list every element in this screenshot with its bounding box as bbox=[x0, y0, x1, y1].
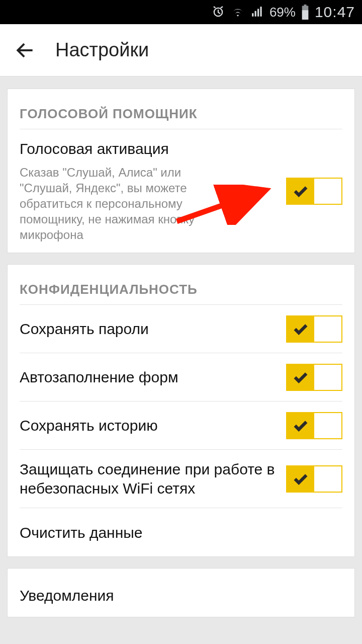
voice-activation-title: Голосовая активация bbox=[20, 139, 276, 158]
section-voice-assistant: ГОЛОСОВОЙ ПОМОЩНИК Голосовая активация С… bbox=[7, 89, 355, 253]
battery-percent: 69% bbox=[269, 5, 296, 20]
section-notifications: Уведомления bbox=[7, 568, 355, 617]
notifications-label: Уведомления bbox=[20, 586, 342, 605]
settings-content: ГОЛОСОВОЙ ПОМОЩНИК Голосовая активация С… bbox=[0, 76, 362, 617]
toggle-save-history[interactable] bbox=[286, 412, 342, 439]
battery-icon bbox=[301, 5, 310, 20]
row-save-passwords[interactable]: Сохранять пароли bbox=[20, 305, 342, 353]
row-protect-wifi[interactable]: Защищать соединение при работе в небезоп… bbox=[20, 450, 342, 508]
save-passwords-label: Сохранять пароли bbox=[20, 319, 276, 339]
app-bar: Настройки bbox=[0, 24, 362, 76]
toggle-autofill[interactable] bbox=[286, 364, 342, 391]
toggle-save-passwords[interactable] bbox=[286, 315, 342, 343]
toggle-protect-wifi[interactable] bbox=[286, 465, 342, 493]
row-voice-activation[interactable]: Голосовая активация Сказав "Слушай, Алис… bbox=[20, 129, 342, 253]
protect-wifi-label: Защищать соединение при работе в небезоп… bbox=[20, 460, 276, 498]
row-clear-data[interactable]: Очистить данные bbox=[20, 508, 342, 556]
clear-data-label: Очистить данные bbox=[20, 523, 342, 542]
check-icon bbox=[287, 179, 314, 204]
toggle-voice-activation[interactable] bbox=[286, 178, 342, 205]
back-button[interactable] bbox=[10, 35, 40, 65]
section-header-privacy: КОНФИДЕНЦИАЛЬНОСТЬ bbox=[20, 265, 342, 305]
status-bar: 69% 10:47 bbox=[0, 0, 362, 24]
check-icon bbox=[287, 466, 314, 492]
signal-icon bbox=[250, 6, 264, 19]
section-privacy: КОНФИДЕНЦИАЛЬНОСТЬ Сохранять пароли Авто… bbox=[7, 264, 355, 557]
check-icon bbox=[287, 316, 314, 342]
autofill-label: Автозаполнение форм bbox=[20, 368, 276, 387]
save-history-label: Сохранять историю bbox=[20, 416, 276, 435]
section-header-voice: ГОЛОСОВОЙ ПОМОЩНИК bbox=[20, 89, 342, 129]
alarm-icon bbox=[211, 5, 225, 19]
check-icon bbox=[287, 365, 314, 390]
row-notifications[interactable]: Уведомления bbox=[20, 569, 342, 617]
row-autofill-forms[interactable]: Автозаполнение форм bbox=[20, 353, 342, 401]
row-save-history[interactable]: Сохранять историю bbox=[20, 401, 342, 450]
page-title: Настройки bbox=[55, 39, 149, 61]
voice-activation-desc: Сказав "Слушай, Алиса" или "Слушай, Янде… bbox=[20, 165, 236, 243]
wifi-icon bbox=[230, 6, 245, 19]
check-icon bbox=[287, 413, 314, 438]
status-time: 10:47 bbox=[315, 4, 355, 21]
